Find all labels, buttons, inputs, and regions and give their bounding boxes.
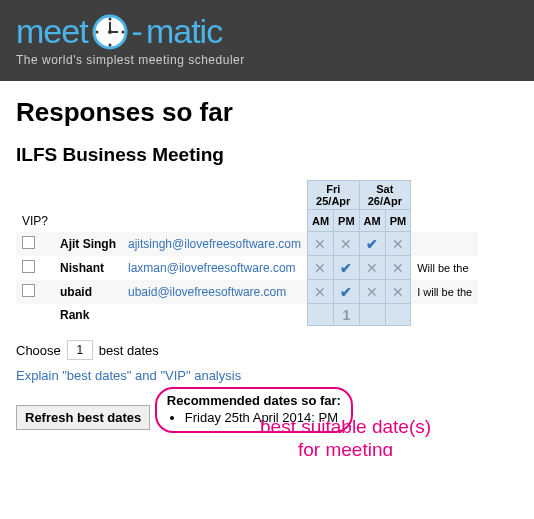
respondent-name: ubaid [54, 280, 122, 304]
respondent-note [411, 232, 479, 256]
table-row: ubaidubaid@ilovefreesoftware.com✕✔✕✕I wi… [16, 280, 478, 304]
explain-link[interactable]: Explain "best dates" and "VIP" analysis [16, 368, 518, 383]
respondent-note: Will be the [411, 256, 479, 280]
choose-row: Choose best dates [16, 340, 518, 360]
slot-am-0: AM [307, 210, 333, 232]
cross-icon: ✕ [334, 232, 360, 256]
page-title: Responses so far [16, 97, 518, 128]
logo-meet: meet [16, 12, 88, 51]
header: meet - matic The world's simplest meetin… [0, 0, 534, 81]
tagline: The world's simplest meeting scheduler [16, 53, 518, 67]
respondent-email[interactable]: laxman@ilovefreesoftware.com [122, 256, 307, 280]
rank-2 [359, 304, 385, 326]
recommended-item: Friday 25th April 2014: PM [185, 410, 341, 425]
refresh-button[interactable]: Refresh best dates [16, 405, 150, 430]
slot-am-1: AM [359, 210, 385, 232]
choose-pre: Choose [16, 343, 61, 358]
vip-checkbox[interactable] [22, 284, 35, 297]
vip-header: VIP? [16, 210, 54, 232]
cross-icon: ✕ [385, 280, 411, 304]
recommended-box: Recommended dates so far: Friday 25th Ap… [155, 387, 353, 433]
meeting-title: ILFS Business Meeting [16, 144, 518, 166]
cross-icon: ✕ [385, 232, 411, 256]
respondent-email[interactable]: ajitsingh@ilovefreesoftware.com [122, 232, 307, 256]
rank-0 [307, 304, 333, 326]
logo-matic: matic [146, 12, 222, 51]
logo-clock-icon [92, 14, 128, 50]
check-icon: ✔ [334, 280, 360, 304]
logo: meet - matic [16, 12, 518, 51]
respondent-email[interactable]: ubaid@ilovefreesoftware.com [122, 280, 307, 304]
cross-icon: ✕ [307, 280, 333, 304]
responses-table: Fri25/Apr Sat26/Apr VIP? AM PM AM PM Aji… [16, 180, 478, 326]
cross-icon: ✕ [359, 280, 385, 304]
rank-3 [385, 304, 411, 326]
check-icon: ✔ [359, 232, 385, 256]
recommended-title: Recommended dates so far: [167, 393, 341, 408]
cross-icon: ✕ [307, 256, 333, 280]
cross-icon: ✕ [359, 256, 385, 280]
date-header-1: Sat26/Apr [359, 181, 411, 210]
vip-checkbox[interactable] [22, 236, 35, 249]
svg-point-5 [121, 30, 124, 33]
svg-point-7 [95, 30, 98, 33]
cross-icon: ✕ [307, 232, 333, 256]
cross-icon: ✕ [385, 256, 411, 280]
logo-dash: - [132, 12, 142, 51]
svg-point-6 [108, 43, 111, 46]
rank-label: Rank [54, 304, 122, 326]
rank-1: 1 [334, 304, 360, 326]
choose-post: best dates [99, 343, 159, 358]
respondent-note: I will be the [411, 280, 479, 304]
slot-pm-1: PM [385, 210, 411, 232]
table-row: Ajit Singhajitsingh@ilovefreesoftware.co… [16, 232, 478, 256]
svg-point-4 [108, 17, 111, 20]
respondent-name: Ajit Singh [54, 232, 122, 256]
table-row: Nishantlaxman@ilovefreesoftware.com✕✔✕✕W… [16, 256, 478, 280]
vip-checkbox[interactable] [22, 260, 35, 273]
check-icon: ✔ [334, 256, 360, 280]
respondent-name: Nishant [54, 256, 122, 280]
choose-count-input[interactable] [67, 340, 93, 360]
slot-pm-0: PM [334, 210, 360, 232]
date-header-0: Fri25/Apr [307, 181, 359, 210]
